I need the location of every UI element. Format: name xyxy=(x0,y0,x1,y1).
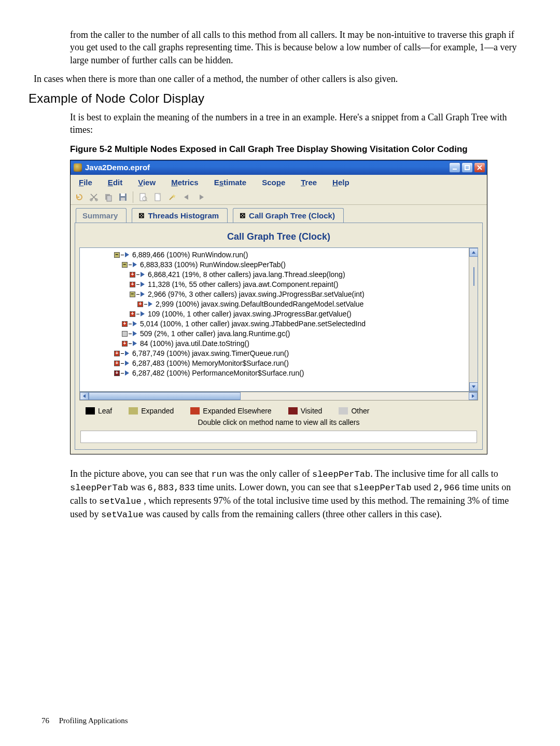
close-icon[interactable]: ⊠ xyxy=(138,211,145,219)
tree-row[interactable]: +6,868,421 (19%, 8 other callers) java.l… xyxy=(83,270,468,280)
paragraph-example-intro: It is best to explain the meaning of the… xyxy=(70,111,521,136)
copy-icon[interactable] xyxy=(103,191,114,203)
tree-expand-box[interactable]: + xyxy=(130,311,135,317)
tree-row[interactable]: +5,014 (100%, 1 other caller) javax.swin… xyxy=(83,319,468,329)
page-footer: 76 Profiling Applications xyxy=(41,716,128,725)
tree-connector xyxy=(136,314,139,314)
legend-swatch-leaf xyxy=(86,407,95,415)
menu-tree[interactable]: Tree xyxy=(296,177,327,188)
app-icon xyxy=(74,163,82,172)
tree-connector xyxy=(144,304,147,305)
tree-node-label[interactable]: 6,787,749 (100%) javax.swing.TimerQueue.… xyxy=(132,349,289,358)
nav-back-icon[interactable] xyxy=(181,191,192,203)
tree-node-label[interactable]: 2,966 (97%, 3 other callers) javax.swing… xyxy=(148,289,365,299)
cut-icon[interactable] xyxy=(88,191,100,203)
hscroll-thumb[interactable] xyxy=(89,392,241,400)
tab-threads-histogram[interactable]: ⊠ Threads Histogram xyxy=(132,208,228,223)
tab-summary[interactable]: Summary xyxy=(76,208,127,223)
window-maximize-button[interactable] xyxy=(461,162,473,173)
tree-expand-box[interactable]: + xyxy=(114,370,120,376)
svg-rect-0 xyxy=(453,169,457,170)
tree-node-label[interactable]: 6,889,466 (100%) RunWindow.run() xyxy=(132,250,248,259)
menu-estimate[interactable]: Estimate xyxy=(209,177,257,188)
menu-scope[interactable]: Scope xyxy=(257,177,296,188)
tree-row[interactable]: 509 (2%, 1 other caller) java.lang.Runti… xyxy=(83,329,468,339)
undo-icon[interactable] xyxy=(74,191,85,203)
tab-hist-label: Threads Histogram xyxy=(148,211,219,220)
tree-content[interactable]: −6,889,466 (100%) RunWindow.run()−6,883,… xyxy=(80,248,469,391)
window-minimize-button[interactable] xyxy=(449,162,460,173)
window-titlebar: Java2Demo.eprof xyxy=(71,160,487,175)
svg-line-11 xyxy=(146,200,147,201)
tree-expand-box[interactable]: + xyxy=(137,301,143,307)
tree-node-label[interactable]: 6,287,482 (100%) PerformanceMonitor$Surf… xyxy=(132,368,304,378)
tree-expand-box[interactable] xyxy=(122,331,128,337)
paragraph-explanation: In the picture above, you can see that r… xyxy=(70,467,521,521)
legend-leaf-label: Leaf xyxy=(98,407,112,415)
menu-edit[interactable]: Edit xyxy=(103,177,133,188)
tree-expand-box[interactable]: + xyxy=(114,351,120,356)
window-close-button[interactable] xyxy=(474,162,485,173)
tree-connector xyxy=(136,294,139,295)
tree-expand-box[interactable]: + xyxy=(130,272,135,278)
page-icon[interactable] xyxy=(152,191,163,203)
tree-node-label[interactable]: 84 (100%) java.util.Date.toString() xyxy=(140,339,249,348)
tree-connector xyxy=(121,363,124,364)
tree-node-label[interactable]: 11,328 (1%, 55 other callers) java.awt.C… xyxy=(148,280,338,289)
page-preview-icon[interactable] xyxy=(137,191,149,203)
tree-row[interactable]: +11,328 (1%, 55 other callers) java.awt.… xyxy=(83,280,468,289)
tab-call-graph-tree[interactable]: ⊠ Call Graph Tree (Clock) xyxy=(233,208,344,223)
horizontal-scrollbar[interactable] xyxy=(79,392,478,400)
panel-title: Call Graph Tree (Clock) xyxy=(76,231,481,242)
scroll-right-icon[interactable] xyxy=(469,392,478,400)
nav-forward-icon[interactable] xyxy=(195,191,207,203)
menu-file[interactable]: File xyxy=(74,177,103,188)
magic-wand-icon[interactable] xyxy=(166,191,178,203)
tree-node-label[interactable]: 6,287,483 (100%) MemoryMonitor$Surface.r… xyxy=(132,358,289,368)
tree-expand-box[interactable]: − xyxy=(122,262,128,268)
tree-expand-box[interactable]: + xyxy=(114,361,120,366)
scroll-left-icon[interactable] xyxy=(80,392,89,400)
menu-help[interactable]: Help xyxy=(327,177,360,188)
tree-row[interactable]: +84 (100%) java.util.Date.toString() xyxy=(83,339,468,349)
tree-row[interactable]: +6,287,483 (100%) MemoryMonitor$Surface.… xyxy=(83,358,468,368)
tree-expand-box[interactable]: − xyxy=(130,292,135,297)
tree-row[interactable]: +2,999 (100%) javax.swing.DefaultBounded… xyxy=(83,299,468,309)
tree-expand-box[interactable]: + xyxy=(122,341,128,347)
scroll-down-icon[interactable] xyxy=(469,382,478,391)
menu-metrics[interactable]: Metrics xyxy=(166,177,209,188)
arrow-right-icon xyxy=(148,301,152,307)
close-icon[interactable]: ⊠ xyxy=(240,211,246,219)
legend: Leaf Expanded Expanded Elsewhere Visited… xyxy=(86,407,472,415)
hscroll-track[interactable] xyxy=(89,392,469,400)
tree-expand-box[interactable]: + xyxy=(122,321,128,327)
scroll-thumb[interactable] xyxy=(473,267,474,286)
page-number: 76 xyxy=(41,716,49,725)
tree-node-label[interactable]: 6,868,421 (19%, 8 other callers) java.la… xyxy=(148,270,345,279)
scroll-up-icon[interactable] xyxy=(469,248,478,257)
heading-example-node-color: Example of Node Color Display xyxy=(29,91,521,106)
tree-node-label[interactable]: 109 (100%, 1 other caller) javax.swing.J… xyxy=(148,309,352,319)
tree-node-label[interactable]: 509 (2%, 1 other caller) java.lang.Runti… xyxy=(140,329,290,338)
tree-node-label[interactable]: 2,999 (100%) javax.swing.DefaultBoundedR… xyxy=(156,299,363,309)
tree-row[interactable]: +6,287,482 (100%) PerformanceMonitor$Sur… xyxy=(83,368,468,378)
save-icon[interactable] xyxy=(117,191,129,203)
tree-row[interactable]: −6,889,466 (100%) RunWindow.run() xyxy=(83,250,468,260)
arrow-right-icon xyxy=(141,311,145,316)
tree-row[interactable]: +6,787,749 (100%) javax.swing.TimerQueue… xyxy=(83,349,468,358)
arrow-right-icon xyxy=(141,272,145,277)
tree-row[interactable]: +109 (100%, 1 other caller) javax.swing.… xyxy=(83,309,468,319)
footer-title: Profiling Applications xyxy=(59,716,128,725)
tree-connector xyxy=(121,255,124,255)
menu-view[interactable]: View xyxy=(133,177,166,188)
tree-expand-box[interactable]: − xyxy=(114,252,120,258)
tree-node-label[interactable]: 5,014 (100%, 1 other caller) javax.swing… xyxy=(140,319,366,328)
svg-rect-1 xyxy=(465,165,469,170)
vertical-scrollbar[interactable] xyxy=(469,248,478,391)
tree-row[interactable]: −2,966 (97%, 3 other callers) javax.swin… xyxy=(83,289,468,299)
arrow-right-icon xyxy=(125,252,129,257)
tree-row[interactable]: −6,883,833 (100%) RunWindow.sleepPerTab(… xyxy=(83,260,468,270)
arrow-right-icon xyxy=(125,361,129,366)
tree-node-label[interactable]: 6,883,833 (100%) RunWindow.sleepPerTab() xyxy=(140,260,286,269)
tree-expand-box[interactable]: + xyxy=(130,282,135,287)
